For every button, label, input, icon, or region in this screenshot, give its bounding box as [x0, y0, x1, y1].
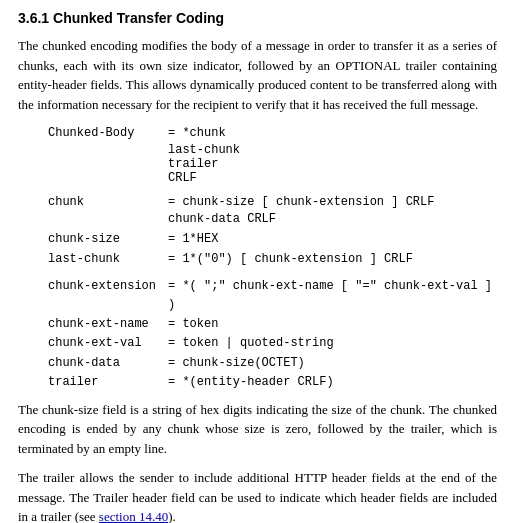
chunk-block: chunk = chunk-size [ chunk-extension ] C…	[48, 193, 497, 269]
ext-name-label: chunk-ext-name	[48, 315, 168, 334]
chunk-size-label: chunk-size	[48, 230, 168, 249]
trailer-paragraph: The trailer allows the sender to include…	[18, 468, 497, 523]
last-chunk-label: last-chunk	[48, 250, 168, 269]
ext-val-eq: = token | quoted-string	[168, 334, 334, 353]
chunk-eq: = chunk-size [ chunk-extension ] CRLF	[168, 193, 434, 212]
ext-name-eq: = token	[168, 315, 218, 334]
chunk-line2: chunk-data CRLF	[168, 212, 497, 226]
data-label: chunk-data	[48, 354, 168, 373]
chunk-size-eq: = 1*HEX	[168, 230, 218, 249]
chunked-body-eq: = *chunk	[168, 124, 226, 143]
chunked-body-block: Chunked-Body = *chunk last-chunk trailer…	[48, 124, 497, 185]
chunked-body-label: Chunked-Body	[48, 124, 168, 143]
trailer-text: The trailer allows the sender to include…	[18, 470, 497, 523]
ext-val-label: chunk-ext-val	[48, 334, 168, 353]
chunked-body-line2: last-chunk	[168, 143, 497, 157]
ext-label: chunk-extension	[48, 277, 168, 315]
chunked-body-line4: CRLF	[168, 171, 497, 185]
last-chunk-eq: = 1*("0") [ chunk-extension ] CRLF	[168, 250, 413, 269]
chunk-size-paragraph: The chunk-size field is a string of hex …	[18, 400, 497, 459]
chunk-label: chunk	[48, 193, 168, 212]
section-link[interactable]: section 14.40	[99, 509, 168, 523]
data-eq: = chunk-size(OCTET)	[168, 354, 305, 373]
section-title: 3.6.1 Chunked Transfer Coding	[18, 10, 497, 26]
ext-eq: = *( ";" chunk-ext-name [ "=" chunk-ext-…	[168, 277, 497, 315]
chunked-body-line3: trailer	[168, 157, 497, 171]
trailer-end: ).	[168, 509, 176, 523]
chunk-ext-block: chunk-extension = *( ";" chunk-ext-name …	[48, 277, 497, 392]
trailer-eq: = *(entity-header CRLF)	[168, 373, 334, 392]
trailer-label: trailer	[48, 373, 168, 392]
intro-paragraph: The chunked encoding modifies the body o…	[18, 36, 497, 114]
